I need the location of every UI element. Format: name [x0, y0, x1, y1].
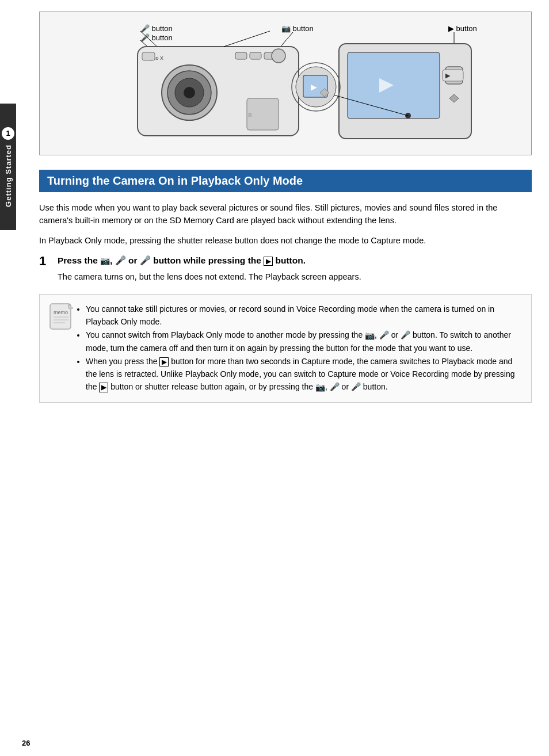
- svg-rect-18: [142, 52, 155, 60]
- intro-paragraph-1: Use this mode when you want to play back…: [39, 201, 532, 227]
- page-number: 26: [22, 739, 30, 747]
- mic-icon-inline: 🎤: [140, 255, 151, 265]
- section-heading: Turning the Camera On in Playback Only M…: [39, 170, 532, 192]
- svg-point-16: [272, 49, 285, 63]
- intro-paragraph-2: In Playback Only mode, pressing the shut…: [39, 234, 532, 247]
- camera-icon-memo: 📷: [365, 329, 375, 342]
- playback-icon-memo: ▶: [159, 357, 169, 366]
- playback-icon-memo2: ▶: [99, 383, 108, 392]
- svg-text:▶: ▶: [445, 72, 451, 79]
- self-timer-icon-memo2: 🎤: [330, 382, 340, 391]
- memo-icon: memo: [48, 303, 78, 333]
- diagram-svg: 🎤 button 🎤 button 📷 button ▶ button: [51, 21, 546, 142]
- memo-box: memo You cannot take still pictures or m…: [39, 294, 532, 403]
- svg-text:||||: ||||: [248, 112, 252, 117]
- memo-bullet-3: When you press the ▶ button for more tha…: [86, 355, 523, 394]
- self-timer-icon-memo: 🎤: [379, 330, 389, 339]
- self-timer-icon-inline: 🎤: [115, 255, 126, 265]
- step-title: Press the 📷, 🎤 or 🎤 button while pressin…: [58, 254, 361, 268]
- svg-text:▶ button: ▶ button: [448, 24, 477, 33]
- step-number: 1: [39, 254, 51, 283]
- camera-diagram: 🎤 button 🎤 button 📷 button ▶ button: [39, 12, 532, 155]
- chapter-tab: 1 Getting Started: [0, 104, 16, 230]
- svg-text:📷 button: 📷 button: [281, 24, 314, 33]
- memo-bullet-2: You cannot switch from Playback Only mod…: [86, 329, 523, 355]
- memo-content: You cannot take still pictures or movies…: [86, 303, 523, 394]
- memo-bullet-1: You cannot take still pictures or movies…: [86, 303, 523, 329]
- chapter-number: 1: [2, 127, 14, 140]
- svg-text:memo: memo: [54, 310, 68, 315]
- svg-marker-41: [68, 304, 73, 308]
- mic-icon-memo2: 🎤: [351, 382, 361, 391]
- svg-rect-14: [250, 52, 261, 59]
- main-content: 🎤 button 🎤 button 📷 button ▶ button: [22, 0, 549, 420]
- svg-text:🎤 button: 🎤 button: [140, 24, 173, 33]
- svg-line-21: [224, 31, 270, 47]
- playback-icon-inline: ▶: [264, 257, 273, 266]
- camera-icon-memo2: 📷: [315, 381, 325, 394]
- step-1: 1 Press the 📷, 🎤 or 🎤 button while press…: [39, 254, 532, 283]
- mic-icon-memo: 🎤: [401, 330, 410, 339]
- svg-rect-13: [235, 52, 247, 59]
- svg-rect-36: [50, 304, 71, 329]
- svg-text:🎤 button: 🎤 button: [140, 33, 173, 43]
- chapter-title: Getting Started: [4, 144, 13, 207]
- svg-rect-23: [348, 52, 440, 119]
- svg-text:▶: ▶: [311, 82, 317, 91]
- step-content: Press the 📷, 🎤 or 🎤 button while pressin…: [58, 254, 361, 283]
- step-description: The camera turns on, but the lens does n…: [58, 270, 361, 283]
- camera-icon-inline: 📷: [100, 255, 110, 268]
- svg-point-12: [184, 87, 195, 98]
